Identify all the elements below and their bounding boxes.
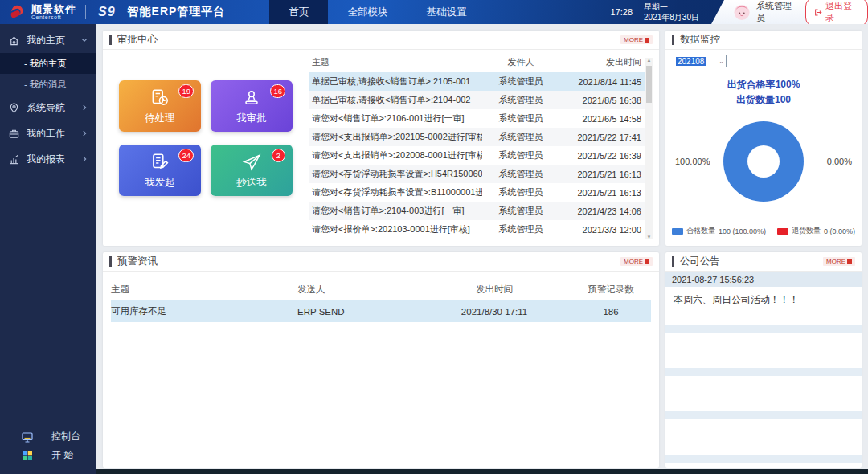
sidebar-item-my-work[interactable]: 我的工作 bbox=[0, 121, 96, 146]
sidebar-subitem-my-home[interactable]: 我的主页 bbox=[0, 53, 96, 74]
nav-tab-all-modules[interactable]: 全部模块 bbox=[328, 0, 407, 24]
table-row[interactable]: 单据已审核,请接收<销售订单>:2105-001系统管理员2021/8/14 1… bbox=[309, 72, 645, 91]
table-header: 主题 发件人 发出时间 bbox=[309, 51, 645, 72]
panel-title: 公司公告 bbox=[672, 256, 720, 267]
more-button[interactable]: MORE bbox=[823, 257, 855, 266]
count-badge: 24 bbox=[178, 149, 194, 162]
table-row[interactable]: 请您对<支出报销单>:202105-0002进行[审核]系统管理员2021/5/… bbox=[309, 128, 645, 146]
sidebar-subitem-my-messages[interactable]: 我的消息 bbox=[0, 74, 96, 95]
brand-name-cn: 顺景软件 bbox=[31, 4, 76, 14]
chevron-right-icon bbox=[80, 104, 88, 112]
approval-table: 主题 发件人 发出时间 单据已审核,请接收<销售订单>:2105-001系统管理… bbox=[309, 51, 645, 241]
nav-tab-home[interactable]: 首页 bbox=[269, 0, 328, 24]
approval-center-panel: 审批中心 MORE 待处理 19 我审批 16 bbox=[103, 31, 659, 246]
console-monitor-icon bbox=[21, 431, 34, 443]
chevron-right-icon bbox=[80, 155, 88, 163]
sidebar: 我的主页 我的主页 我的消息 系统导航 我的工作 我的报表 bbox=[0, 24, 96, 474]
logout-icon bbox=[814, 8, 822, 17]
brand-divider bbox=[85, 5, 86, 19]
announcement-content[interactable]: 本周六、周日公司活动！！！ bbox=[665, 287, 862, 320]
panel-title: 数据监控 bbox=[672, 35, 720, 45]
chevron-down-icon bbox=[80, 36, 88, 44]
user-section: 系统管理员 退出登录 bbox=[711, 0, 868, 24]
clock-weekday: 星期一 bbox=[644, 2, 699, 13]
main-content: 审批中心 MORE 待处理 19 我审批 16 bbox=[96, 24, 868, 474]
sidebar-item-system-nav[interactable]: 系统导航 bbox=[0, 95, 96, 121]
scrollbar-thumb[interactable] bbox=[646, 66, 652, 103]
paper-plane-icon bbox=[241, 152, 262, 173]
scroll-up-icon[interactable]: ▲ bbox=[645, 58, 653, 63]
home-icon bbox=[8, 35, 20, 47]
start-button[interactable]: 开 始 bbox=[0, 446, 96, 464]
alerts-panel: 预警资讯 MORE 主题 发送人 发出时间 预警记录数 可用库存不足 ERP S… bbox=[103, 252, 659, 468]
top-bar: 顺景软件 Centersoft S9 智能ERP管理平台 首页 全部模块 基础设… bbox=[0, 0, 868, 24]
donut-label-left: 100.00% bbox=[675, 157, 710, 166]
tile-pending[interactable]: 待处理 19 bbox=[119, 80, 201, 132]
period-select[interactable]: 202108 ⌄ bbox=[674, 55, 727, 67]
sidebar-item-my-reports[interactable]: 我的报表 bbox=[0, 146, 96, 172]
bottom-taskbar-edge bbox=[96, 469, 868, 474]
more-icon bbox=[645, 259, 649, 264]
sidebar-item-my-home[interactable]: 我的主页 bbox=[0, 27, 96, 53]
tile-initiated-by-me[interactable]: 我发起 24 bbox=[119, 145, 201, 196]
doc-clock-icon bbox=[149, 88, 170, 108]
table-row[interactable]: 请您对<支出报销单>:202008-0001进行[审核]系统管理员2021/5/… bbox=[309, 146, 645, 165]
stamp-icon bbox=[241, 88, 262, 108]
chart-legend: 合格数量 100 (100.00%) 退货数量 0 (0.00%) bbox=[665, 226, 862, 236]
table-scrollbar[interactable]: ▲ ▼ bbox=[645, 58, 653, 239]
brand-logo: 顺景软件 Centersoft S9 智能ERP管理平台 bbox=[0, 3, 225, 21]
scroll-down-icon[interactable]: ▼ bbox=[645, 235, 653, 239]
product-logo: S9 bbox=[98, 5, 116, 19]
avatar[interactable] bbox=[734, 4, 750, 21]
table-row[interactable]: 请您对<销售订单>:2106-001进行[一审]系统管理员2021/6/5 14… bbox=[309, 109, 645, 128]
clock-date: 2021年8月30日 bbox=[644, 12, 699, 23]
donut-label-right: 0.00% bbox=[827, 157, 852, 166]
table-row[interactable]: 请您对<销售订单>:2104-003进行[一审]系统管理员2021/4/23 1… bbox=[309, 202, 645, 220]
table-row[interactable]: 请您对<存货浮动耗损率设置>:H54R15006002进行[审核]系统管理员20… bbox=[309, 165, 645, 183]
logo-swirl-icon bbox=[8, 3, 26, 21]
brand-name-en: Centersoft bbox=[31, 14, 76, 20]
donut-chart: 100.00% 0.00% bbox=[665, 117, 862, 206]
location-pin-icon bbox=[8, 102, 20, 114]
console-button[interactable]: 控制台 bbox=[0, 427, 96, 446]
chevron-right-icon bbox=[80, 129, 88, 137]
app-title: 智能ERP管理平台 bbox=[128, 5, 226, 19]
table-header: 主题 发送人 发出时间 预警记录数 bbox=[111, 278, 651, 300]
table-row[interactable]: 请您对<报价单>:202103-0001进行[审核]系统管理员2021/3/3 … bbox=[309, 220, 645, 239]
chevron-down-icon: ⌄ bbox=[719, 58, 724, 65]
announcements-panel: 公司公告 MORE 2021-08-27 15:56:23 本周六、周日公司活动… bbox=[665, 252, 862, 468]
announcement-empty-row bbox=[665, 455, 862, 463]
more-icon bbox=[645, 38, 649, 43]
clock-time: 17:28 bbox=[611, 7, 633, 17]
data-monitor-panel: 数据监控 202108 ⌄ 出货合格率100% 出货数量100 100.00% … bbox=[665, 31, 862, 246]
more-button[interactable]: MORE bbox=[620, 257, 653, 266]
donut-ring bbox=[723, 121, 804, 202]
more-icon bbox=[847, 259, 852, 264]
start-grid-icon bbox=[21, 449, 34, 462]
username: 系统管理员 bbox=[756, 0, 799, 24]
tile-my-approvals[interactable]: 我审批 16 bbox=[211, 80, 293, 132]
table-row[interactable]: 请您对<存货浮动耗损率设置>:B11000001进行[审核]系统管理员2021/… bbox=[309, 183, 645, 202]
more-button[interactable]: MORE bbox=[620, 35, 653, 44]
shipment-stats: 出货合格率100% 出货数量100 bbox=[665, 77, 862, 108]
doc-edit-icon bbox=[149, 152, 170, 173]
announcement-empty-row bbox=[665, 411, 862, 419]
logout-button[interactable]: 退出登录 bbox=[805, 0, 868, 27]
table-row[interactable]: 单据已审核,请接收<销售订单>:2104-002系统管理员2021/8/5 16… bbox=[309, 91, 645, 109]
announcement-timestamp: 2021-08-27 15:56:23 bbox=[665, 272, 862, 287]
legend-swatch-qualified bbox=[672, 228, 683, 235]
count-badge: 2 bbox=[272, 149, 285, 162]
announcement-empty-row bbox=[665, 368, 862, 376]
announcement-empty-row bbox=[665, 325, 862, 333]
alerts-table: 主题 发送人 发出时间 预警记录数 可用库存不足 ERP SEND 2021/8… bbox=[111, 278, 651, 322]
legend-swatch-returned bbox=[777, 228, 788, 235]
bar-chart-icon bbox=[8, 153, 20, 165]
count-badge: 16 bbox=[270, 84, 285, 98]
panel-title: 审批中心 bbox=[109, 35, 158, 45]
panel-title: 预警资讯 bbox=[109, 256, 158, 267]
table-row[interactable]: 可用库存不足 ERP SEND 2021/8/30 17:11 186 bbox=[111, 300, 651, 322]
count-badge: 19 bbox=[178, 84, 194, 98]
tile-cc-to-me[interactable]: 抄送我 2 bbox=[211, 145, 293, 196]
main-nav: 首页 全部模块 基础设置 bbox=[269, 0, 485, 24]
nav-tab-basic-settings[interactable]: 基础设置 bbox=[407, 0, 485, 24]
